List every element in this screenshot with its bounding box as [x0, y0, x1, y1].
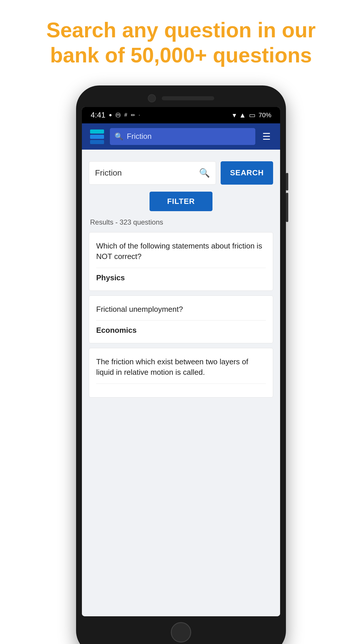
battery-percent: 70%	[259, 111, 271, 119]
question-text-2: Frictional unemployment?	[96, 304, 266, 314]
messenger-icon: ⓜ	[115, 112, 121, 119]
home-button[interactable]	[171, 622, 191, 643]
question-card-1[interactable]: Which of the following statements about …	[89, 232, 273, 291]
menu-icon[interactable]: ☰	[260, 130, 273, 144]
signal-icon: ▲	[239, 111, 246, 119]
svg-rect-1	[90, 135, 104, 139]
status-bar: 4:41 ● ⓜ # ✏ · ▾ ▲ ▭ 70%	[82, 107, 280, 123]
nav-search-bar[interactable]: 🔍 Friction	[110, 128, 255, 145]
slack-icon: #	[124, 112, 127, 118]
pen-icon: ✏	[131, 112, 135, 118]
question-subject-1: Physics	[96, 268, 266, 282]
app-bar: 🔍 Friction ☰	[82, 123, 280, 150]
phone-bottom	[82, 622, 280, 644]
side-buttons	[286, 173, 288, 222]
dot-icon: ·	[139, 112, 140, 118]
svg-rect-0	[90, 130, 104, 134]
phone-top-bar	[82, 94, 280, 102]
nav-search-icon: 🔍	[115, 132, 123, 141]
question-text-3: The friction which exist between two lay…	[96, 356, 266, 378]
app-logo[interactable]	[89, 128, 105, 145]
wifi-dot-icon: ●	[109, 112, 112, 118]
phone-device: 4:41 ● ⓜ # ✏ · ▾ ▲ ▭ 70%	[76, 85, 286, 644]
search-button[interactable]: SEARCH	[221, 161, 273, 185]
power-button	[286, 173, 288, 190]
status-time: 4:41	[91, 111, 106, 120]
nav-search-text: Friction	[127, 132, 152, 141]
battery-icon: ▭	[249, 111, 256, 119]
question-subject-3	[96, 384, 266, 389]
results-count: Results - 323 questions	[89, 218, 273, 226]
svg-rect-2	[90, 140, 104, 144]
page-header: Search any question in our bank of 50,00…	[0, 0, 362, 80]
main-content: Friction 🔍 SEARCH FILTER Results - 323 q…	[82, 150, 280, 616]
question-subject-2: Economics	[96, 320, 266, 335]
filter-button[interactable]: FILTER	[150, 192, 212, 211]
camera-lens	[148, 94, 156, 102]
status-left: 4:41 ● ⓜ # ✏ ·	[91, 111, 140, 120]
search-section: Friction 🔍 SEARCH	[89, 161, 273, 185]
phone-screen: 4:41 ● ⓜ # ✏ · ▾ ▲ ▭ 70%	[82, 107, 280, 616]
question-card-2[interactable]: Frictional unemployment? Economics	[89, 295, 273, 343]
wifi-icon: ▾	[233, 111, 236, 119]
question-text-1: Which of the following statements about …	[96, 241, 266, 262]
search-icon-main: 🔍	[199, 168, 210, 178]
phone-wrapper: 4:41 ● ⓜ # ✏ · ▾ ▲ ▭ 70%	[0, 80, 362, 644]
page-title: Search any question in our bank of 50,00…	[23, 18, 339, 68]
search-input-box[interactable]: Friction 🔍	[89, 161, 216, 185]
status-right: ▾ ▲ ▭ 70%	[233, 111, 271, 119]
speaker-grille	[162, 96, 214, 100]
question-card-3[interactable]: The friction which exist between two lay…	[89, 348, 273, 398]
search-input-value: Friction	[95, 168, 196, 178]
filter-section: FILTER	[89, 192, 273, 211]
volume-button	[286, 193, 288, 222]
